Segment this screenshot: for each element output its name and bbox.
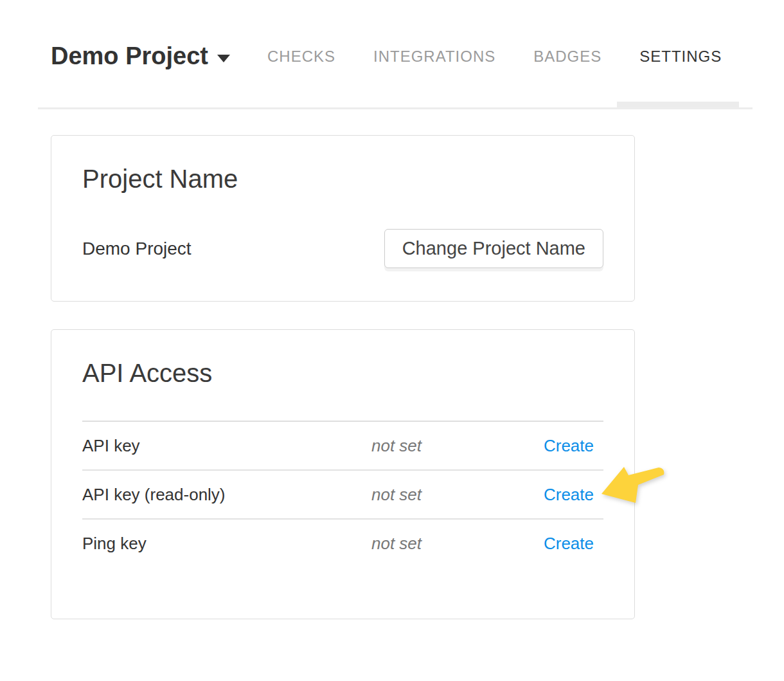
tab-integrations[interactable]: INTEGRATIONS: [373, 48, 495, 66]
ping-key-value: not set: [371, 534, 544, 554]
project-title: Demo Project: [51, 42, 208, 70]
table-row-api-key: API key not set Create: [82, 422, 603, 471]
table-row-api-key-readonly: API key (read-only) not set Create: [82, 471, 603, 520]
header-divider: [38, 107, 753, 109]
api-key-readonly-value: not set: [371, 485, 544, 505]
settings-page: { "colors": { "accent-blue": "#0c8ee8", …: [0, 0, 784, 681]
chevron-down-icon: [217, 55, 230, 62]
main-nav: CHECKS INTEGRATIONS BADGES SETTINGS: [267, 48, 722, 66]
api-access-card-title: API Access: [82, 358, 603, 388]
project-name-card: Project Name Demo Project Change Project…: [51, 135, 635, 302]
api-key-readonly-label: API key (read-only): [82, 485, 371, 505]
project-name-card-title: Project Name: [82, 164, 603, 194]
create-ping-key-link[interactable]: Create: [544, 534, 603, 554]
tab-checks[interactable]: CHECKS: [267, 48, 335, 66]
api-access-card: API Access API key not set Create API ke…: [51, 329, 635, 619]
change-project-name-button[interactable]: Change Project Name: [384, 229, 603, 268]
api-key-value: not set: [371, 436, 544, 456]
project-switcher-dropdown[interactable]: Demo Project: [51, 42, 230, 70]
tab-settings[interactable]: SETTINGS: [639, 48, 722, 66]
create-api-key-link[interactable]: Create: [544, 436, 603, 456]
page-header: Demo Project CHECKS INTEGRATIONS BADGES …: [51, 42, 722, 70]
tab-badges[interactable]: BADGES: [533, 48, 601, 66]
table-row-ping-key: Ping key not set Create: [82, 520, 603, 567]
create-api-key-readonly-link[interactable]: Create: [544, 485, 603, 505]
api-keys-table: API key not set Create API key (read-onl…: [82, 421, 603, 567]
project-name-value: Demo Project: [82, 239, 192, 259]
ping-key-label: Ping key: [82, 534, 371, 554]
api-key-label: API key: [82, 436, 371, 456]
project-name-row: Demo Project Change Project Name: [82, 229, 603, 268]
